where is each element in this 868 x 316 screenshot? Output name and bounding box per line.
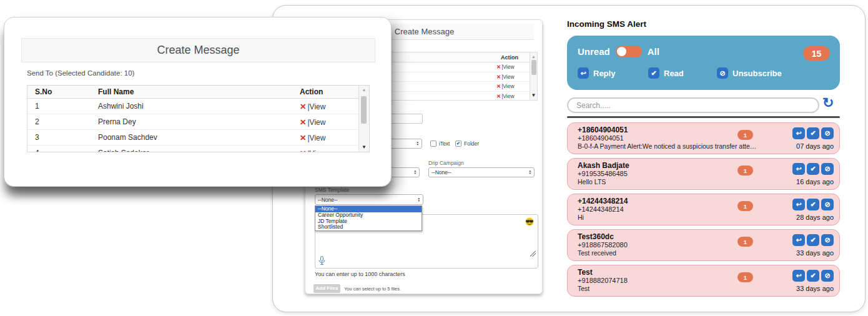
delete-x-icon[interactable]: ✕ [496, 83, 501, 89]
delete-x-icon[interactable]: ✕ [300, 149, 306, 153]
unread-all-toggle[interactable] [616, 46, 642, 57]
scroll-thumb[interactable] [531, 60, 536, 75]
sms-template-value: --None-- [318, 197, 338, 203]
reply-icon: ↩ [578, 67, 589, 79]
refresh-icon[interactable]: ↻ [822, 95, 834, 111]
delete-x-icon[interactable]: ✕ [496, 74, 501, 80]
delete-x-icon[interactable]: ✕ [300, 118, 306, 127]
read-icon[interactable]: ✔ [807, 270, 819, 282]
sms-alert-title: Incoming SMS Alert [567, 19, 646, 29]
view-link[interactable]: |View [501, 93, 514, 99]
stepper-icon: ▲▼ [414, 170, 417, 175]
sms-template-label: SMS Template [315, 187, 349, 193]
view-link[interactable]: |View [307, 102, 325, 111]
table-row: 1 Ashwini Joshi ✕|View [27, 99, 360, 114]
delete-x-icon[interactable]: ✕ [300, 134, 306, 142]
message-time: 07 days ago [796, 142, 834, 150]
dropdown-option[interactable]: JD Template [315, 219, 422, 225]
message-time: 33 days ago [796, 285, 834, 292]
message-number: +18604904051 [578, 134, 624, 142]
action-column-header: Action [501, 54, 518, 61]
dropdown-option[interactable]: Career Opportunity [315, 212, 422, 219]
scrollbar[interactable]: ▲ ▼ [358, 86, 369, 152]
read-icon: ✔ [648, 67, 659, 79]
candidate-name: Satish Sadekar [98, 149, 149, 152]
add-files-button[interactable]: Add Files [313, 284, 340, 293]
delete-x-icon[interactable]: ✕ [300, 102, 306, 111]
message-number: +919535486485 [578, 170, 628, 177]
sms-alert-header: Unread All 15 ↩ Reply ✔ Read ⊘ Unsubscri… [567, 36, 840, 90]
sms-template-dropdown: --None-- Career Opportunity JD Template … [315, 205, 422, 231]
message-preview: Hi [578, 214, 584, 221]
legend-unsubscribe-label: Unsubscribe [732, 69, 782, 78]
sms-template-select[interactable]: --None-- ▲▼ [315, 194, 423, 205]
read-icon[interactable]: ✔ [807, 127, 819, 139]
message-title: Test360dc [578, 232, 614, 241]
message-actions: ↩ ✔ ⊘ [792, 127, 834, 139]
mic-icon[interactable] [318, 256, 325, 265]
drip-campaign-label: Drip Campaign [428, 160, 464, 166]
reply-icon[interactable]: ↩ [792, 234, 805, 246]
view-link[interactable]: |View [307, 134, 325, 142]
read-icon[interactable]: ✔ [807, 199, 819, 210]
action-column-header: Action [300, 87, 323, 96]
sno-column-header: S.No [35, 87, 52, 96]
scrollbar[interactable]: ▲ ▼ [530, 52, 537, 100]
reply-icon[interactable]: ↩ [792, 127, 805, 139]
table-row: 4 Satish Sadekar ✕|View [27, 146, 360, 152]
candidates-table: S.No Full Name Action 1 Ashwini Joshi ✕|… [27, 85, 370, 152]
view-link[interactable]: |View [501, 64, 514, 70]
stepper-icon: ▲▼ [417, 141, 419, 146]
delete-x-icon[interactable]: ✕ [496, 93, 501, 99]
legend-read-label: Read [664, 69, 684, 78]
scroll-down-icon[interactable]: ▼ [530, 92, 537, 98]
read-icon[interactable]: ✔ [807, 234, 819, 246]
dropdown-option[interactable]: Shortlisted [315, 224, 422, 230]
read-icon[interactable]: ✔ [807, 163, 819, 175]
unsubscribe-icon: ⊘ [717, 67, 728, 79]
files-note: You can select up to 5 files. [344, 286, 401, 292]
folder-checkbox[interactable]: ✔ [455, 141, 461, 147]
candidate-sno: 4 [35, 149, 39, 152]
view-link[interactable]: |View [501, 74, 514, 80]
dropdown-option[interactable]: --None-- [315, 206, 422, 212]
search-input[interactable] [567, 97, 819, 113]
message-count-badge: 1 [737, 165, 753, 175]
unsubscribe-icon[interactable]: ⊘ [821, 270, 834, 282]
message-number: +14244348214 [578, 205, 624, 213]
view-link[interactable]: |View [307, 149, 325, 153]
message-preview: B-0-f-A Payment Alert:We noticed a suspi… [578, 142, 756, 150]
resize-handle-icon[interactable] [530, 251, 536, 257]
message-actions: ↩ ✔ ⊘ [792, 270, 834, 282]
message-card[interactable]: Test +918882074718 Test 1 ↩ ✔ ⊘ 33 days … [567, 265, 840, 297]
scroll-thumb[interactable] [361, 96, 367, 124]
candidate-name: Ashwini Joshi [98, 102, 144, 111]
drip-campaign-select[interactable]: --None-- ▲▼ [428, 167, 535, 177]
unsubscribe-icon[interactable]: ⊘ [821, 163, 834, 175]
reply-icon[interactable]: ↩ [792, 163, 805, 175]
scroll-up-icon[interactable]: ▲ [530, 54, 537, 59]
message-count-badge: 1 [737, 201, 753, 211]
legend-read: ✔ Read [648, 67, 684, 79]
unsubscribe-icon[interactable]: ⊘ [821, 127, 834, 139]
itext-checkbox[interactable] [430, 141, 436, 147]
table-row: 2 Prerna Dey ✕|View [27, 114, 360, 130]
emoji-icon[interactable] [525, 217, 534, 226]
message-card[interactable]: +14244348214 +14244348214 Hi 1 ↩ ✔ ⊘ 28 … [567, 194, 840, 225]
message-card[interactable]: Akash Badjate +919535486485 Hello LTS 1 … [567, 158, 840, 190]
view-link[interactable]: |View [307, 118, 325, 127]
message-time: 28 days ago [796, 214, 834, 221]
reply-icon[interactable]: ↩ [792, 270, 805, 282]
scroll-up-icon[interactable]: ▲ [359, 87, 369, 92]
view-link[interactable]: |View [501, 83, 514, 89]
unsubscribe-icon[interactable]: ⊘ [821, 199, 834, 210]
message-card[interactable]: Test360dc +918867582080 Test received 1 … [567, 229, 840, 261]
reply-icon[interactable]: ↩ [792, 199, 805, 210]
scroll-down-icon[interactable]: ▼ [359, 144, 369, 150]
message-card[interactable]: +18604904051 +18604904051 B-0-f-A Paymen… [567, 122, 840, 154]
table-header-row: S.No Full Name Action [27, 86, 360, 99]
char-limit-note: You can enter up to 1000 characters [315, 271, 405, 277]
name-column-header: Full Name [98, 87, 134, 96]
delete-x-icon[interactable]: ✕ [496, 64, 501, 70]
unsubscribe-icon[interactable]: ⊘ [821, 234, 834, 246]
